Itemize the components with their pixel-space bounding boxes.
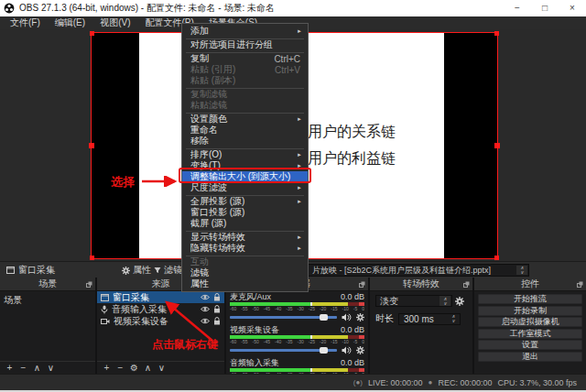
- window-capture-icon: [101, 294, 109, 301]
- transform-handle[interactable]: [494, 256, 499, 260]
- live-status-icon: (●): [353, 378, 363, 387]
- menu-bar-item[interactable]: 文件(F): [3, 16, 48, 29]
- meter-tick-label: -35: [286, 339, 292, 344]
- context-menu-item[interactable]: 隐藏转场特效 ►: [182, 243, 308, 254]
- meter-tick-label: -40: [275, 306, 281, 311]
- context-menu-item[interactable]: 属性 ►: [182, 278, 308, 289]
- speaker-icon[interactable]: [342, 346, 352, 354]
- meter-tick-label: -60: [230, 306, 236, 311]
- scenes-panel-header: 场景: [0, 278, 95, 291]
- window-capture-icon: [6, 267, 15, 274]
- combobox-spinner-icon[interactable]: ∧∨: [516, 266, 527, 275]
- title-bar: OBS 27.1.3 (64-bit, windows) - 配置文件: 未命名…: [0, 0, 586, 16]
- annotation-arrow: [140, 176, 182, 187]
- sources-toolbar-button[interactable]: −: [114, 362, 126, 374]
- gear-icon[interactable]: [356, 313, 364, 321]
- volume-slider[interactable]: [230, 349, 337, 352]
- meter-tick-label: -50: [253, 306, 259, 311]
- controls-body: 开始推流开始录制启动虚拟摄像机工作室模式设置退出: [474, 291, 586, 374]
- window-title: OBS 27.1.3 (64-bit, windows) - 配置文件: 未命名…: [19, 2, 504, 15]
- transition-gear-icon[interactable]: [455, 297, 464, 306]
- context-menu-item[interactable]: 对所选项目进行分组 ►: [182, 39, 308, 50]
- context-menu-item[interactable]: 尺度滤波 ►: [182, 182, 308, 193]
- submenu-arrow-icon: ►: [297, 28, 302, 34]
- sources-toolbar-button[interactable]: +: [101, 362, 113, 374]
- cpu-fps-stats: CPU: 3.7%, 30.00 fps: [497, 378, 577, 387]
- minimize-button[interactable]: −: [504, 0, 531, 16]
- rec-timer: REC: 00:00:00: [438, 378, 492, 387]
- obs-logo-icon: [4, 3, 15, 14]
- sources-toolbar-button[interactable]: ∨: [156, 362, 168, 374]
- transform-handle[interactable]: [90, 256, 94, 260]
- menu-bar-item[interactable]: 编辑(E): [48, 16, 92, 29]
- control-button[interactable]: 设置: [478, 340, 582, 350]
- annotation-select-label: 选择: [111, 174, 135, 191]
- transitions-panel-header: 转场特效: [370, 278, 472, 291]
- context-menu-item[interactable]: 粘贴 (副本) ►: [182, 75, 308, 86]
- selected-source-name: 窗口采集: [6, 264, 55, 277]
- control-button[interactable]: 退出: [478, 352, 582, 362]
- context-menu-item[interactable]: 截屏 (源) ►: [182, 218, 308, 229]
- dock-icon: [577, 281, 583, 288]
- annotation-highlight-box: [179, 168, 311, 183]
- volume-slider[interactable]: [230, 316, 337, 319]
- control-button[interactable]: 开始录制: [478, 306, 582, 316]
- gear-icon: [122, 267, 130, 275]
- scenes-toolbar-button[interactable]: +: [4, 362, 16, 374]
- sources-toolbar-button[interactable]: ∧: [142, 362, 154, 374]
- control-button[interactable]: 工作室模式: [478, 329, 582, 339]
- slide-text-line: 用户的关系链: [308, 123, 396, 142]
- meter-tick-label: -30: [298, 339, 304, 344]
- transform-handle[interactable]: [89, 143, 94, 148]
- scenes-toolbar-button[interactable]: ∧: [31, 362, 43, 374]
- mixer-channel: 麦克风/Aux 0.0 dB -60-55-50-45-40-35-30-25-…: [230, 292, 364, 325]
- filters-button[interactable]: 滤镜: [151, 264, 185, 277]
- submenu-arrow-icon: ►: [297, 152, 302, 158]
- submenu-arrow-icon: ►: [297, 234, 302, 240]
- context-menu-item[interactable]: 移除 ►: [182, 136, 308, 147]
- gear-icon[interactable]: [356, 346, 364, 354]
- transform-handle[interactable]: [90, 31, 94, 36]
- maximize-button[interactable]: □: [531, 0, 559, 16]
- volume-meter: [230, 368, 364, 372]
- volume-slider-handle[interactable]: [320, 347, 328, 354]
- transition-select[interactable]: 淡变 ∧∨: [375, 295, 452, 307]
- scenes-toolbar-button[interactable]: ∨: [45, 362, 57, 374]
- scene-list-item[interactable]: 场景: [0, 291, 95, 310]
- context-menu-item[interactable]: 添加 ►: [182, 26, 308, 37]
- microphone-icon: [101, 305, 108, 314]
- control-button[interactable]: 开始推流: [478, 294, 582, 304]
- scenes-toolbar-button[interactable]: −: [17, 362, 29, 374]
- submenu-arrow-icon: ►: [297, 116, 302, 122]
- spinner-icon[interactable]: ∧∨: [448, 314, 459, 324]
- scenes-list: 场景 +−∧∨: [0, 291, 95, 374]
- meter-tick-label: -50: [253, 339, 259, 344]
- menu-bar-item[interactable]: 视图(V): [92, 16, 137, 29]
- rec-status-icon: ●: [429, 378, 433, 387]
- control-button[interactable]: 启动虚拟摄像机: [478, 317, 582, 327]
- duration-input[interactable]: 300 ms ∧∨: [398, 313, 461, 325]
- transform-handle[interactable]: [494, 143, 500, 148]
- combobox-spinner-icon[interactable]: ∧∨: [440, 296, 450, 306]
- sources-toolbar-button[interactable]: ⚙: [128, 362, 140, 374]
- status-bar: (●) LIVE: 00:00:00 ● REC: 00:00:00 CPU: …: [0, 374, 586, 390]
- meter-tick-label: -20: [320, 339, 326, 344]
- live-timer: LIVE: 00:00:00: [368, 378, 423, 387]
- window-select-combobox[interactable]: 片放映 - [S2b2C系统用户层级及利益链介绍.pptx] ∧∨: [275, 264, 529, 277]
- properties-button[interactable]: 属性: [119, 264, 154, 277]
- annotation-arrow: [154, 295, 220, 344]
- transform-handle[interactable]: [494, 31, 499, 36]
- meter-tick-label: -20: [320, 306, 326, 311]
- submenu-arrow-icon: ►: [297, 185, 302, 191]
- channel-db-value: 0.0 dB: [341, 325, 364, 334]
- meter-tick-label: -25: [309, 306, 315, 311]
- volume-meter: [230, 335, 364, 339]
- mixer-channel: 视频采集设备 0.0 dB -60-55-50-45-40-35-30-25-2…: [230, 325, 364, 358]
- controls-panel-header: 控件: [474, 278, 586, 291]
- volume-slider-handle[interactable]: [320, 314, 328, 321]
- dock-icon: [359, 281, 365, 288]
- volume-meter: [230, 302, 364, 306]
- close-button[interactable]: ×: [559, 0, 586, 16]
- context-menu-item[interactable]: 粘贴滤镜 ►: [182, 100, 308, 111]
- speaker-icon[interactable]: [342, 313, 352, 321]
